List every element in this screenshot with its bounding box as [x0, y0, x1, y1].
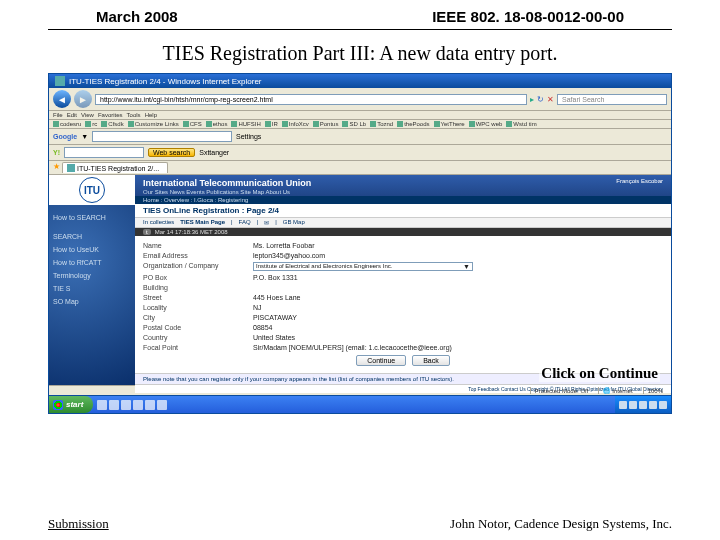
slide-annotation: Click on Continue [539, 365, 660, 382]
slide-date: March 2008 [96, 8, 178, 25]
label-building: Building [143, 284, 253, 291]
label-org: Organization / Company [143, 262, 253, 271]
tray-icon[interactable] [629, 401, 637, 409]
bookmark[interactable]: Customize Links [135, 121, 179, 127]
ql-icon[interactable] [157, 400, 167, 410]
timestamp-row: t Mar 14 17:18:36 MET 2008 [135, 228, 671, 236]
bookmark[interactable]: rc [92, 121, 97, 127]
label-city: City [143, 314, 253, 321]
tab-strip: ★ ITU-TIES Registration 2/... [49, 161, 671, 175]
tray-icon[interactable] [659, 401, 667, 409]
yahoo-logo: Y! [53, 149, 60, 156]
org-select-value: Institute of Electrical and Electronics … [256, 263, 392, 269]
quick-launch [93, 396, 171, 413]
google-search-input[interactable] [92, 131, 232, 142]
bookmark[interactable]: codesru [60, 121, 81, 127]
reg-tab[interactable]: FAQ [239, 219, 251, 226]
yahoo-settings[interactable]: Sxttanger [199, 149, 229, 156]
bookmark[interactable]: IR [272, 121, 278, 127]
timestamp-label: t [143, 229, 151, 235]
ie-window: ITU-TIES Registration 2/4 - Windows Inte… [48, 73, 672, 396]
sidebar-item[interactable]: How to SEARCH [53, 211, 131, 224]
org-select[interactable]: Institute of Electrical and Electronics … [253, 262, 473, 271]
breadcrumb[interactable]: Home : Overview : I.Gioca : Registering [135, 196, 671, 204]
sidebar-item[interactable]: SO Map [53, 295, 131, 308]
reg-tab[interactable]: ✉ [264, 219, 269, 226]
window-titlebar[interactable]: ITU-TIES Registration 2/4 - Windows Inte… [49, 74, 671, 88]
favorites-star-icon[interactable]: ★ [53, 162, 60, 173]
sidebar-item[interactable]: SEARCH [53, 230, 131, 243]
sidebar-item[interactable]: TIE S [53, 282, 131, 295]
itu-main: François Escobar International Telecommu… [135, 175, 671, 385]
bookmark[interactable]: InfoXcv [289, 121, 309, 127]
sidebar-item[interactable]: Terminology [53, 269, 131, 282]
itu-nav[interactable]: Our Sites News Events Publications Site … [143, 189, 663, 195]
window-title: ITU-TIES Registration 2/4 - Windows Inte… [69, 77, 262, 86]
bookmark[interactable]: Toznd [377, 121, 393, 127]
page-title: TIES OnLine Registration : Page 2/4 [135, 204, 671, 218]
bookmark[interactable]: SD Lb [349, 121, 366, 127]
menu-view[interactable]: View [81, 112, 94, 118]
tray-icon[interactable] [649, 401, 657, 409]
label-email: Email Address [143, 252, 253, 259]
bookmark[interactable]: Wstd tim [513, 121, 536, 127]
go-button[interactable]: ▸ [530, 95, 534, 104]
bookmark[interactable]: HUFSIH [238, 121, 260, 127]
bookmark[interactable]: CFS [190, 121, 202, 127]
windows-logo-icon [53, 400, 63, 410]
ql-icon[interactable] [133, 400, 143, 410]
bookmark[interactable]: Cfsdk [108, 121, 123, 127]
menu-edit[interactable]: Edit [67, 112, 77, 118]
status-zone: Internet [612, 388, 632, 394]
back-button-form[interactable]: Back [412, 355, 450, 366]
bookmark[interactable]: WPC web [476, 121, 503, 127]
reg-tab[interactable]: In collecties [143, 219, 174, 226]
reg-tab[interactable]: GB Map [283, 219, 305, 226]
itu-sidebar: ITU How to SEARCH SEARCH How to UseUK Ho… [49, 175, 135, 385]
ql-icon[interactable] [121, 400, 131, 410]
menu-favorites[interactable]: Favorites [98, 112, 123, 118]
value-focal: Sir/Madam [NOEM/ULPERS] (email: 1.c.leca… [253, 344, 663, 351]
ie-icon [55, 76, 65, 86]
ql-icon[interactable] [109, 400, 119, 410]
sidebar-item[interactable]: How to RfCATT [53, 256, 131, 269]
back-button[interactable]: ◄ [53, 90, 71, 108]
registration-form: NameMs. Lorretta Foobar Email Addresslep… [135, 236, 671, 373]
menu-file[interactable]: File [53, 112, 63, 118]
label-street: Street [143, 294, 253, 301]
browser-search[interactable]: Safari Search [557, 94, 667, 105]
tray-icon[interactable] [639, 401, 647, 409]
sidebar-item[interactable]: How to UseUK [53, 243, 131, 256]
tray-icon[interactable] [619, 401, 627, 409]
menu-help[interactable]: Help [145, 112, 157, 118]
ql-icon[interactable] [97, 400, 107, 410]
label-focal: Focal Point [143, 344, 253, 351]
chevron-down-icon[interactable]: ▼ [81, 133, 88, 140]
address-bar-row: ◄ ► http://www.itu.int/cgi-bin/htsh/mnr/… [49, 88, 671, 111]
bookmark[interactable]: Pontus [320, 121, 339, 127]
ql-icon[interactable] [145, 400, 155, 410]
google-toolbar: Google ▼ Settings [49, 129, 671, 145]
google-settings[interactable]: Settings [236, 133, 261, 140]
status-zoom[interactable]: 100% [643, 387, 667, 394]
menu-tools[interactable]: Tools [127, 112, 141, 118]
slide-title: TIES Registration Part III: A new data e… [0, 30, 720, 73]
continue-button[interactable]: Continue [356, 355, 406, 366]
itu-logo: ITU [49, 175, 135, 205]
start-button[interactable]: start [49, 396, 93, 413]
yahoo-search-input[interactable] [64, 147, 144, 158]
stop-button[interactable]: ✕ [547, 95, 554, 104]
bookmark[interactable]: ethos [213, 121, 228, 127]
value-locality: NJ [253, 304, 663, 311]
bookmark[interactable]: YetThere [441, 121, 465, 127]
refresh-button[interactable]: ↻ [537, 95, 544, 104]
bookmark[interactable]: thePoods [404, 121, 429, 127]
forward-button[interactable]: ► [74, 90, 92, 108]
reg-tab[interactable]: TIES Main Page [180, 219, 225, 226]
browser-tab[interactable]: ITU-TIES Registration 2/... [62, 162, 168, 173]
slide-footer-right: John Notor, Cadence Design Systems, Inc. [450, 516, 672, 532]
label-pobox: PO Box [143, 274, 253, 281]
label-postal: Postal Code [143, 324, 253, 331]
yahoo-search-button[interactable]: Web search [148, 148, 195, 157]
address-bar[interactable]: http://www.itu.int/cgi-bin/htsh/mnr/cmp-… [95, 94, 527, 105]
